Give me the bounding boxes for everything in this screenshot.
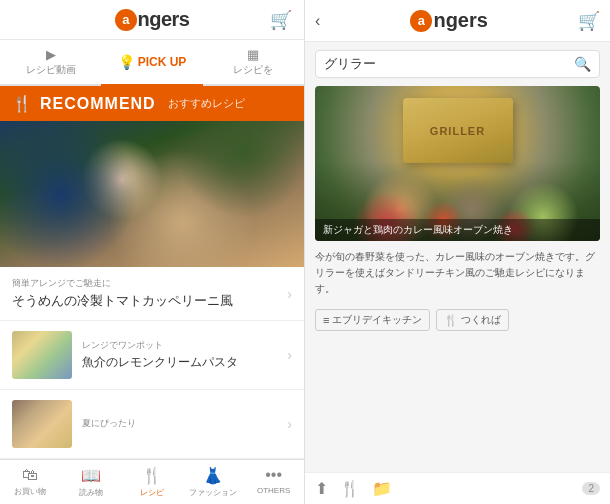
- search-button[interactable]: 🔍: [574, 56, 591, 72]
- right-logo: a ngers: [328, 9, 570, 32]
- recipe-caption: 新ジャガと鶏肉のカレー風味オーブン焼き: [315, 219, 600, 241]
- action-count: 2: [582, 482, 600, 495]
- recommend-header: 🍴 RECOMMEND おすすめレシピ: [0, 86, 304, 121]
- recipe-cat-2: 夏にぴったり: [82, 417, 281, 430]
- action-save[interactable]: 📁: [372, 479, 392, 498]
- main-recipe-intro: 簡単アレンジでご馳走に: [12, 277, 281, 290]
- main-recipe-name: そうめんの冷製トマトカッペリーニ風: [12, 292, 281, 310]
- fork-icon: 🍴: [12, 94, 32, 113]
- recipe-thumb-1: [12, 331, 72, 379]
- recipe-name-1: 魚介のレモンクリームパスタ: [82, 354, 281, 371]
- food-bg: [0, 121, 304, 267]
- tab-pickup[interactable]: 💡 PICK UP: [101, 40, 202, 86]
- right-logo-a-circle: a: [410, 10, 432, 32]
- main-recipe-arrow: ›: [287, 286, 292, 302]
- left-header: a ngers 🛒: [0, 0, 304, 40]
- action-recipe-icon: 🍴: [340, 479, 360, 498]
- video-icon: ▶: [4, 47, 97, 62]
- right-panel: ‹ a ngers 🛒 🔍 GRILLER 新ジャガと鶏肉のカレー風味オーブン焼…: [305, 0, 610, 504]
- recipe-description: 今が旬の春野菜を使った、カレー風味のオーブン焼きです。グリラーを使えばタンドリー…: [305, 241, 610, 305]
- recommend-title: RECOMMEND: [40, 95, 156, 113]
- recipe-arrow-1: ›: [287, 347, 292, 363]
- tag-tsukureba[interactable]: 🍴 つくれば: [436, 309, 509, 331]
- fashion-icon: 👗: [203, 466, 223, 485]
- action-recipe[interactable]: 🍴: [340, 479, 360, 498]
- recipe-tags: ≡ エブリデイキッチン 🍴 つくれば: [305, 305, 610, 335]
- tag-label-1: エブリデイキッチン: [332, 313, 422, 327]
- recipe-info-1: レンジでワンポット 魚介のレモンクリームパスタ: [82, 339, 281, 371]
- left-panel: a ngers 🛒 ▶ レシピ動画 💡 PICK UP ▦ レシピを 🍴 REC…: [0, 0, 305, 504]
- nav-others[interactable]: ••• OTHERS: [243, 460, 304, 504]
- nav-others-label: OTHERS: [257, 486, 290, 495]
- right-header: ‹ a ngers 🛒: [305, 0, 610, 42]
- search-input[interactable]: [324, 57, 568, 72]
- recipe-item-2[interactable]: 夏にぴったり ›: [0, 390, 304, 459]
- griller-box: GRILLER: [403, 98, 513, 163]
- cart-icon[interactable]: 🛒: [270, 9, 292, 31]
- search-bar: 🔍: [315, 50, 600, 78]
- recipe-thumb-2: [12, 400, 72, 448]
- tab-recipe-video[interactable]: ▶ レシピ動画: [0, 40, 101, 84]
- tag-everyday-kitchen[interactable]: ≡ エブリデイキッチン: [315, 309, 430, 331]
- save-icon: 📁: [372, 479, 392, 498]
- nav-shopping-label: お買い物: [14, 486, 46, 497]
- tab-bar: ▶ レシピ動画 💡 PICK UP ▦ レシピを: [0, 40, 304, 86]
- logo-text: ngers: [138, 8, 190, 31]
- nav-fashion-label: ファッション: [189, 487, 237, 498]
- bottom-nav: 🛍 お買い物 📖 読み物 🍴 レシピ 👗 ファッション ••• OTHERS: [0, 459, 304, 504]
- recommend-subtitle: おすすめレシピ: [168, 96, 245, 111]
- recipe-detail-image: GRILLER 新ジャガと鶏肉のカレー風味オーブン焼き: [315, 86, 600, 241]
- nav-shopping[interactable]: 🛍 お買い物: [0, 460, 61, 504]
- tag-label-2: つくれば: [461, 313, 501, 327]
- tag-icon-1: ≡: [323, 314, 329, 326]
- tab-recipe-video-label: レシピ動画: [4, 63, 97, 77]
- recipe-actions: ⬆ 🍴 📁 2: [305, 472, 610, 504]
- share-icon: ⬆: [315, 479, 328, 498]
- back-button[interactable]: ‹: [315, 12, 320, 30]
- main-recipe-info: 簡単アレンジでご馳走に そうめんの冷製トマトカッペリーニ風: [12, 277, 281, 310]
- left-logo: a ngers: [115, 8, 190, 31]
- right-logo-text: ngers: [433, 9, 487, 32]
- tab-recipe-browse[interactable]: ▦ レシピを: [203, 40, 304, 84]
- action-share[interactable]: ⬆: [315, 479, 328, 498]
- main-recipe-item[interactable]: 簡単アレンジでご馳走に そうめんの冷製トマトカッペリーニ風 ›: [0, 267, 304, 321]
- others-icon: •••: [265, 466, 282, 484]
- bulb-icon: 💡: [118, 54, 135, 70]
- shopping-icon: 🛍: [22, 466, 38, 484]
- nav-recipe[interactable]: 🍴 レシピ: [122, 460, 183, 504]
- griller-text: GRILLER: [430, 125, 485, 137]
- nav-recipe-label: レシピ: [140, 487, 164, 498]
- main-food-image: [0, 121, 304, 267]
- recipe-nav-icon: 🍴: [142, 466, 162, 485]
- recipe-arrow-2: ›: [287, 416, 292, 432]
- count-badge: 2: [582, 482, 600, 495]
- logo-a-circle: a: [115, 9, 137, 31]
- nav-fashion[interactable]: 👗 ファッション: [182, 460, 243, 504]
- reading-icon: 📖: [81, 466, 101, 485]
- right-cart-icon[interactable]: 🛒: [578, 10, 600, 32]
- tab-pickup-label: PICK UP: [138, 55, 187, 69]
- recipe-info-2: 夏にぴったり: [82, 417, 281, 432]
- recipe-item-1[interactable]: レンジでワンポット 魚介のレモンクリームパスタ ›: [0, 321, 304, 390]
- nav-reading-label: 読み物: [79, 487, 103, 498]
- nav-reading[interactable]: 📖 読み物: [61, 460, 122, 504]
- tag-icon-2: 🍴: [444, 314, 458, 327]
- tab-recipe-browse-label: レシピを: [207, 63, 300, 77]
- recipe-detail-bg: GRILLER: [315, 86, 600, 241]
- grid-icon: ▦: [207, 47, 300, 62]
- recipe-cat-1: レンジでワンポット: [82, 339, 281, 352]
